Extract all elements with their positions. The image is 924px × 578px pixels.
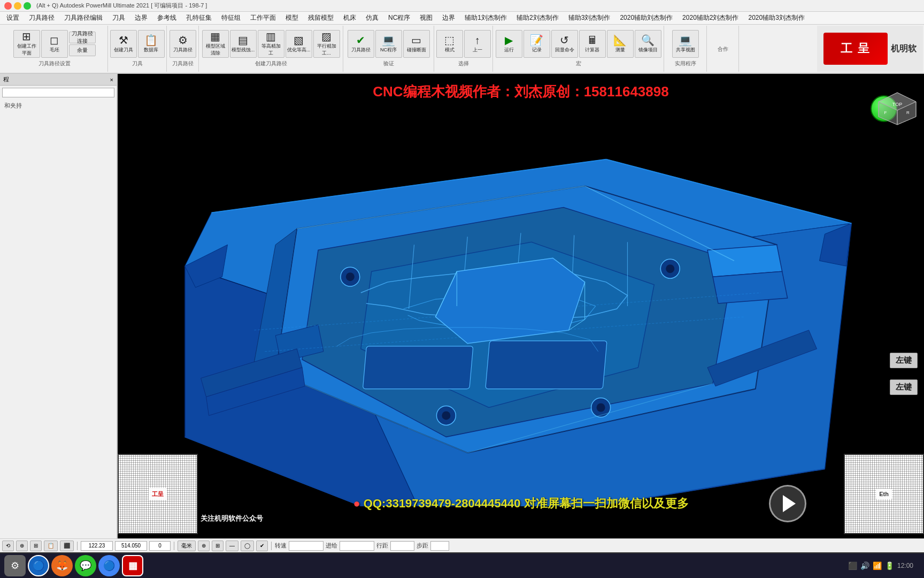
- menu-model[interactable]: 模型: [281, 12, 303, 24]
- nc-btn[interactable]: 💻 NC程序: [375, 30, 402, 58]
- contour-finish-btn[interactable]: ▥ 等高精加工: [258, 30, 284, 58]
- grid-btn[interactable]: —: [226, 541, 238, 551]
- menu-2020aux[interactable]: 2020辅助刘杰制作: [615, 12, 677, 24]
- tray-icon-4[interactable]: 🔋: [885, 561, 894, 570]
- menu-tool[interactable]: 刀具: [108, 12, 129, 24]
- check-btn[interactable]: ✔: [256, 541, 268, 551]
- play-btn[interactable]: [769, 485, 806, 522]
- left-panel-title: 程: [3, 75, 9, 83]
- model-residual-icon: ▤: [238, 35, 248, 45]
- feed-label: 进给: [326, 542, 337, 550]
- run-btn[interactable]: ▶ 运行: [496, 30, 522, 58]
- toolpath-btn[interactable]: ⚙ 刀具路径: [170, 30, 196, 58]
- toolpath-icon: ⚙: [178, 35, 188, 45]
- opt-contour-btn[interactable]: ▧ 优化等高...: [286, 30, 312, 58]
- taskbar-browser[interactable]: 🦊: [51, 555, 73, 576]
- collision-btn[interactable]: ▭ 碰撞断面: [403, 30, 430, 58]
- coord-z-input[interactable]: [149, 541, 171, 551]
- toolpath-connect-btn[interactable]: 刀具路径连接: [69, 32, 96, 43]
- rotation-input[interactable]: 9000.0: [289, 541, 324, 551]
- toolpath-group-label: 刀具路径: [172, 60, 194, 67]
- toolbar-row-macro: ▶ 运行 📝 记录 ↺ 回显命令 🖩 计算器 📐 测量 🔍 镜像项目: [496, 30, 661, 58]
- create-tool-btn[interactable]: ⚒ 创建刀具: [110, 30, 137, 58]
- divider-2: [174, 542, 174, 550]
- menu-settings[interactable]: 设置: [2, 12, 24, 24]
- taskbar-chrome[interactable]: 🔵: [98, 555, 120, 576]
- menu-boundary2[interactable]: 边界: [438, 12, 459, 24]
- feed-input[interactable]: 3000.0: [340, 541, 374, 551]
- svg-point-22: [666, 264, 674, 273]
- menu-toolpath[interactable]: 刀具路径: [25, 12, 59, 24]
- status-btn-3[interactable]: ⊞: [30, 541, 42, 551]
- snap-btn[interactable]: ⊞: [212, 541, 224, 551]
- record-btn[interactable]: 📝 记录: [523, 30, 550, 58]
- model-area-clear-btn[interactable]: ▦ 模型区域清除: [202, 30, 229, 58]
- svg-rect-18: [486, 341, 607, 389]
- tray-icon-2[interactable]: 🔊: [860, 561, 869, 570]
- menu-boundary[interactable]: 边界: [130, 12, 152, 24]
- step-input[interactable]: 0: [430, 541, 449, 551]
- model-residual-btn[interactable]: ▤ 模型残蚀...: [230, 30, 257, 58]
- menu-ref[interactable]: 参考线: [153, 12, 181, 24]
- status-btn-5[interactable]: ⬛: [60, 541, 74, 551]
- up-icon: ↑: [475, 35, 480, 45]
- menu-aux1[interactable]: 辅助1刘杰制作: [460, 12, 511, 24]
- status-btn-2[interactable]: ⊕: [16, 541, 28, 551]
- menu-2020aux3[interactable]: 2020辅助3刘杰制作: [744, 12, 808, 24]
- parallel-finish-btn[interactable]: ▨ 平行精加工...: [313, 30, 340, 58]
- measure-icon: 📐: [613, 35, 627, 45]
- max-btn[interactable]: [24, 2, 31, 10]
- menu-workplane[interactable]: 工作平面: [246, 12, 280, 24]
- measure-btn[interactable]: 📐 测量: [607, 30, 634, 58]
- close-btn[interactable]: [4, 2, 12, 10]
- tray-icon-1[interactable]: ⬛: [848, 561, 857, 570]
- close-panel-btn[interactable]: ×: [110, 77, 113, 83]
- echo-btn[interactable]: ↺ 回显命令: [551, 30, 578, 58]
- svg-text:R: R: [906, 110, 910, 115]
- menu-2020aux2[interactable]: 2020辅助2刘杰制作: [678, 12, 743, 24]
- menu-residual[interactable]: 残留模型: [304, 12, 338, 24]
- viewport[interactable]: CNC编程木视频作者：刘杰原创：15811643898 TOP R F 左键 左…: [118, 74, 924, 538]
- left-panel-search[interactable]: [2, 88, 114, 97]
- min-btn[interactable]: [14, 2, 21, 10]
- svg-point-24: [442, 411, 450, 420]
- taskbar-powermill[interactable]: ▦: [122, 555, 143, 576]
- menu-aux2[interactable]: 辅助2刘杰制作: [512, 12, 563, 24]
- title-text: (Alt + Q) Autodesk PowerMill Ultimate 20…: [36, 2, 207, 10]
- blank-btn[interactable]: ◻ 毛坯: [41, 30, 68, 58]
- status-btn-4[interactable]: 📋: [44, 541, 58, 551]
- line-input[interactable]: 5.0: [390, 541, 414, 551]
- database-btn[interactable]: 📋 数据库: [138, 30, 165, 58]
- powermill-icon: ▦: [128, 560, 137, 572]
- verify-toolpath-btn[interactable]: ✔ 刀具路径: [348, 30, 374, 58]
- taskbar-chat[interactable]: 💬: [75, 555, 96, 576]
- menu-hole[interactable]: 孔特征集: [182, 12, 216, 24]
- menu-machine[interactable]: 机床: [339, 12, 360, 24]
- prev-btn[interactable]: ↑ 上一: [464, 30, 491, 58]
- status-btn-1[interactable]: ⟲: [2, 541, 14, 551]
- center-btn[interactable]: ⊕: [198, 541, 210, 551]
- taskbar-app1[interactable]: 🔵: [28, 555, 49, 576]
- create-workplane-btn[interactable]: ⊞ 创建工作平面: [13, 30, 40, 58]
- macro-label: 宏: [576, 60, 581, 67]
- line-label: 行距: [376, 542, 388, 550]
- tool-btn[interactable]: ◯: [241, 541, 254, 551]
- menu-nc[interactable]: NC程序: [384, 12, 414, 24]
- bottom-contact-text: QQ:3319739479-2804445440 对准屏幕扫一扫加微信以及更多: [364, 497, 689, 510]
- window-controls[interactable]: [4, 2, 31, 10]
- units-btn[interactable]: 毫米: [178, 541, 196, 551]
- menu-simulate[interactable]: 仿真: [361, 12, 383, 24]
- menu-aux3[interactable]: 辅助3刘杰制作: [564, 12, 615, 24]
- tray-icon-3[interactable]: 📶: [873, 561, 882, 570]
- menu-feature[interactable]: 特征组: [217, 12, 245, 24]
- coord-x-input[interactable]: [81, 541, 113, 551]
- coord-y-input[interactable]: [115, 541, 147, 551]
- mirror-btn[interactable]: 🔍 镜像项目: [635, 30, 661, 58]
- taskbar-settings[interactable]: ⚙: [4, 555, 26, 576]
- mode-btn[interactable]: ⬚ 模式: [436, 30, 463, 58]
- share-view-btn[interactable]: 💻 共享视图: [672, 30, 699, 58]
- menu-view[interactable]: 视图: [415, 12, 437, 24]
- allowance-btn[interactable]: 余量: [69, 44, 96, 56]
- menu-toolpath-edit[interactable]: 刀具路径编辑: [60, 12, 107, 24]
- calculator-btn[interactable]: 🖩 计算器: [579, 30, 606, 58]
